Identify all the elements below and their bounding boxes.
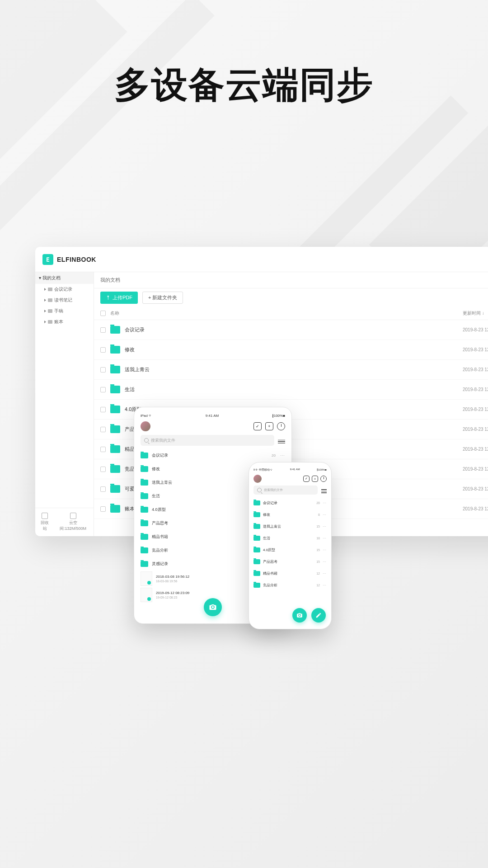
brand-name: ELFINBOOK: [57, 256, 96, 263]
trash-link[interactable]: 回收站: [39, 513, 51, 532]
more-icon[interactable]: ⋯: [323, 536, 327, 540]
row-checkbox[interactable]: [100, 486, 106, 492]
folder-icon: [110, 465, 120, 473]
list-item[interactable]: 会议记录20⋯: [141, 448, 285, 462]
desktop-header: ELFINBOOK: [35, 247, 488, 272]
list-item[interactable]: 生活18⋯: [253, 532, 327, 544]
camera-fab[interactable]: [292, 608, 307, 623]
camera-fab[interactable]: [204, 598, 222, 616]
avatar[interactable]: [141, 421, 150, 431]
sidebar-item[interactable]: 账本: [35, 316, 94, 327]
more-icon[interactable]: ⋯: [280, 453, 285, 458]
history-icon[interactable]: [320, 476, 327, 482]
sidebar-item[interactable]: 手稿: [35, 306, 94, 316]
more-icon[interactable]: ⋯: [323, 571, 327, 576]
phone-status-bar: ⊪⊪ 中国移动 ᯤ 9:41 AM ∦100%■: [253, 468, 327, 472]
trash-icon: [42, 513, 48, 519]
table-row[interactable]: 修改2019-8-23 12:01:23: [94, 340, 488, 360]
list-item[interactable]: 4.0原型15⋯: [253, 544, 327, 556]
folder-icon: [110, 485, 120, 493]
menu-icon[interactable]: [278, 439, 285, 445]
hero-title: 多设备云端同步: [0, 61, 488, 110]
tablet-status-bar: iPad ᯤ 9:41 AM ∦100%■: [141, 414, 285, 418]
column-name[interactable]: 名称: [110, 310, 463, 316]
add-icon[interactable]: +: [312, 476, 318, 482]
folder-icon: [253, 559, 260, 564]
folder-icon: [141, 547, 148, 553]
sidebar-root[interactable]: ▾ 我的文档: [35, 272, 94, 284]
add-icon[interactable]: +: [265, 422, 273, 430]
search-input[interactable]: 搜索我的文件: [141, 435, 274, 446]
breadcrumb: 我的文档: [94, 272, 488, 288]
folder-icon: [253, 571, 260, 576]
more-icon[interactable]: ⋯: [323, 501, 327, 505]
row-checkbox[interactable]: [100, 407, 106, 412]
folder-icon: [110, 406, 120, 413]
check-icon[interactable]: ✓: [253, 422, 262, 430]
table-header: 名称 更新时间 ↓: [94, 307, 488, 320]
new-folder-button[interactable]: + 新建文件夹: [142, 292, 183, 304]
folder-icon: [253, 536, 260, 541]
list-item[interactable]: 会议记录20⋯: [253, 497, 327, 509]
list-item[interactable]: 精品书籍12⋯: [253, 567, 327, 579]
edit-fab[interactable]: [311, 608, 326, 623]
toolbar: ⭱ 上传PDF + 新建文件夹: [94, 288, 488, 307]
folder-icon: [110, 346, 120, 354]
row-checkbox[interactable]: [100, 467, 106, 472]
document-thumbnail-icon: [141, 571, 152, 586]
row-checkbox[interactable]: [100, 327, 106, 333]
search-icon: [257, 488, 262, 492]
cloud-icon: [70, 513, 76, 519]
sidebar-item[interactable]: 读书笔记: [35, 295, 94, 306]
folder-icon: [141, 493, 148, 499]
folder-icon: [110, 425, 120, 433]
row-checkbox[interactable]: [100, 427, 106, 432]
folder-icon: [253, 547, 260, 552]
table-row[interactable]: 会议记录2019-8-23 12:01:23: [94, 320, 488, 340]
folder-icon: [253, 512, 260, 517]
folder-icon: [253, 524, 260, 529]
table-row[interactable]: 生活2019-8-23 12:01:23: [94, 380, 488, 400]
list-item[interactable]: 送我上青云15⋯: [253, 520, 327, 532]
list-item[interactable]: 修改8⋯: [253, 509, 327, 520]
folder-icon: [253, 583, 260, 588]
document-thumbnail-icon: [141, 588, 152, 602]
upload-pdf-button[interactable]: ⭱ 上传PDF: [100, 292, 138, 304]
sidebar-item[interactable]: 会议记录: [35, 284, 94, 295]
more-icon[interactable]: ⋯: [323, 583, 327, 587]
select-all-checkbox[interactable]: [100, 311, 106, 316]
more-icon[interactable]: ⋯: [323, 513, 327, 517]
table-row[interactable]: 送我上青云2019-8-23 12:01:23: [94, 360, 488, 380]
row-checkbox[interactable]: [100, 387, 106, 392]
column-time[interactable]: 更新时间 ↓: [463, 310, 488, 316]
search-input[interactable]: 搜索我的文件: [253, 486, 318, 495]
folder-icon: [141, 561, 148, 567]
menu-icon[interactable]: [321, 488, 327, 494]
check-icon[interactable]: ✓: [303, 476, 310, 482]
row-checkbox[interactable]: [100, 367, 106, 373]
folder-icon: [141, 466, 148, 472]
upload-icon: ⭱: [106, 295, 111, 300]
row-checkbox[interactable]: [100, 506, 106, 512]
cloud-usage: 云空间:132M/500M: [56, 513, 90, 532]
folder-icon: [141, 534, 148, 540]
folder-icon: [141, 453, 148, 458]
folder-icon: [253, 500, 260, 505]
row-checkbox[interactable]: [100, 447, 106, 452]
brand-logo-icon: [42, 254, 53, 265]
folder-icon: [141, 520, 148, 526]
folder-icon: [110, 386, 120, 393]
folder-icon: [141, 480, 148, 486]
phone-device: ⊪⊪ 中国移动 ᯤ 9:41 AM ∦100%■ ✓ + 搜索我的文件 会议记录…: [249, 462, 332, 629]
row-checkbox[interactable]: [100, 347, 106, 353]
folder-icon: [110, 505, 120, 513]
folder-icon: [110, 366, 120, 373]
more-icon[interactable]: ⋯: [323, 548, 327, 552]
more-icon[interactable]: ⋯: [323, 560, 327, 564]
list-item[interactable]: 产品思考15⋯: [253, 556, 327, 567]
more-icon[interactable]: ⋯: [323, 524, 327, 528]
history-icon[interactable]: [277, 422, 285, 430]
list-item[interactable]: 竞品分析12⋯: [253, 579, 327, 591]
avatar[interactable]: [253, 475, 262, 483]
desktop-sidebar: ▾ 我的文档 会议记录读书笔记手稿账本 回收站 云空间:132M/500M: [35, 272, 94, 536]
